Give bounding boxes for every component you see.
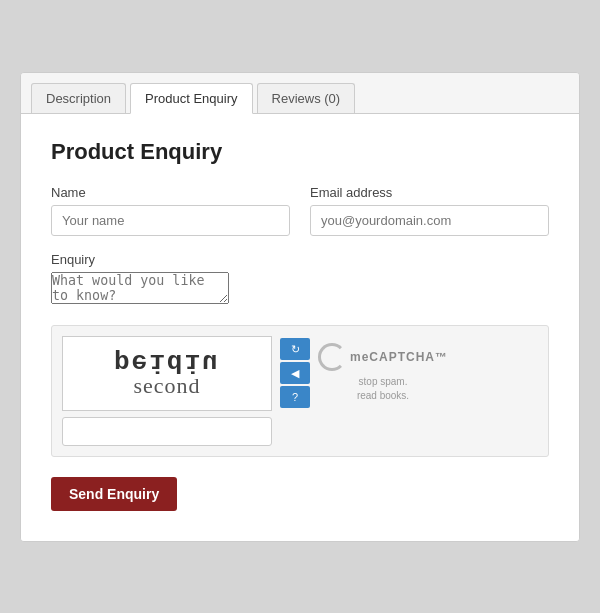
- captcha-area: peidiu second ↻ ◀ ?: [51, 325, 549, 457]
- form-title: Product Enquiry: [51, 139, 549, 165]
- tabs-bar: Description Product Enquiry Reviews (0): [21, 73, 579, 114]
- captcha-word2: second: [133, 375, 200, 397]
- name-group: Name: [51, 185, 290, 236]
- name-email-row: Name Email address: [51, 185, 549, 236]
- help-icon: ?: [292, 391, 298, 403]
- captcha-audio-btn[interactable]: ◀: [280, 362, 310, 384]
- refresh-icon: ↻: [291, 343, 300, 356]
- page-container: Description Product Enquiry Reviews (0) …: [20, 72, 580, 542]
- captcha-controls: ↻ ◀ ?: [280, 338, 310, 408]
- mecaptcha-logo: meCAPTCHA™ stop spam. read books.: [318, 343, 448, 403]
- audio-icon: ◀: [291, 367, 299, 380]
- captcha-wrapper: peidiu second ↻ ◀ ?: [62, 336, 448, 446]
- captcha-help-btn[interactable]: ?: [280, 386, 310, 408]
- mecaptcha-c-shape: [318, 343, 346, 371]
- email-input[interactable]: [310, 205, 549, 236]
- captcha-word1: peidiu: [114, 349, 220, 375]
- mecaptcha-sub: stop spam. read books.: [357, 375, 409, 403]
- mecaptcha-icon: meCAPTCHA™: [318, 343, 448, 371]
- captcha-top-row: peidiu second ↻ ◀ ?: [62, 336, 448, 411]
- enquiry-label: Enquiry: [51, 252, 549, 267]
- captcha-refresh-btn[interactable]: ↻: [280, 338, 310, 360]
- enquiry-group: Enquiry: [51, 252, 549, 307]
- tab-product-enquiry[interactable]: Product Enquiry: [130, 83, 253, 114]
- email-group: Email address: [310, 185, 549, 236]
- mecaptcha-label: meCAPTCHA™: [350, 350, 448, 364]
- captcha-image: peidiu second: [62, 336, 272, 411]
- captcha-input[interactable]: [62, 417, 272, 446]
- tab-description[interactable]: Description: [31, 83, 126, 113]
- tab-reviews[interactable]: Reviews (0): [257, 83, 356, 113]
- submit-button[interactable]: Send Enquiry: [51, 477, 177, 511]
- form-content: Product Enquiry Name Email address Enqui…: [21, 114, 579, 541]
- email-label: Email address: [310, 185, 549, 200]
- enquiry-textarea[interactable]: [51, 272, 229, 304]
- name-input[interactable]: [51, 205, 290, 236]
- name-label: Name: [51, 185, 290, 200]
